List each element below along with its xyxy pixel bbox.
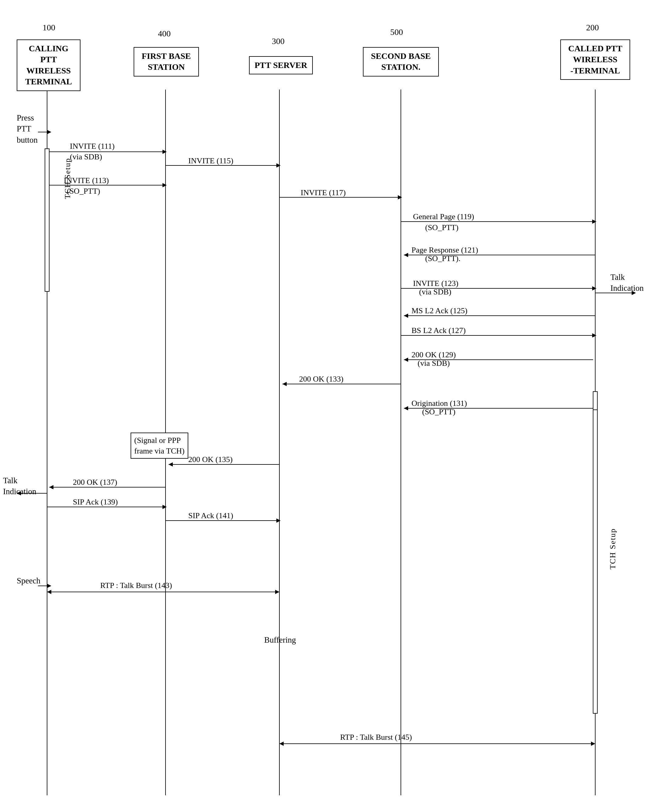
entity-400: FIRST BASESTATION — [134, 47, 199, 77]
tch-setup-right-label: TCH Setup — [608, 528, 617, 570]
entity-300-number: 300 — [272, 36, 285, 46]
note-buffering: Buffering — [264, 634, 296, 646]
svg-text:RTP : Talk Burst (143): RTP : Talk Burst (143) — [100, 581, 172, 590]
svg-marker-47 — [404, 406, 408, 411]
svg-text:Page Response (121): Page Response (121) — [411, 245, 478, 254]
svg-text:INVITE (115): INVITE (115) — [188, 156, 233, 165]
entity-200: CALLED PTTWIRELESS-TERMINAL — [560, 39, 630, 80]
svg-marker-26 — [404, 253, 408, 257]
svg-marker-54 — [49, 485, 54, 489]
svg-text:Origination (131): Origination (131) — [411, 399, 467, 408]
svg-text:200 OK (137): 200 OK (137) — [73, 478, 117, 486]
svg-marker-68 — [591, 741, 595, 746]
diagram-svg: INVITE (111) (via SDB) INVITE (115) INVI… — [0, 0, 659, 812]
svg-marker-37 — [592, 333, 596, 338]
svg-marker-57 — [162, 505, 167, 509]
svg-text:200 OK (135): 200 OK (135) — [188, 455, 233, 464]
svg-marker-67 — [279, 741, 284, 746]
svg-marker-60 — [276, 518, 281, 523]
entity-300: PTT SERVER — [249, 56, 313, 74]
svg-text:200 OK (129): 200 OK (129) — [411, 350, 456, 359]
svg-rect-6 — [593, 395, 598, 434]
entity-500-number: 500 — [390, 27, 403, 37]
entity-100-number: 100 — [43, 23, 55, 33]
svg-marker-64 — [275, 590, 279, 594]
svg-text:RTP : Talk Burst (145): RTP : Talk Burst (145) — [340, 733, 412, 741]
svg-text:BS L2 Ack (127): BS L2 Ack (127) — [411, 326, 465, 335]
svg-marker-44 — [282, 382, 287, 386]
svg-marker-77 — [47, 584, 51, 588]
svg-text:SIP Ack (139): SIP Ack (139) — [73, 497, 118, 506]
svg-text:(SO_PTT): (SO_PTT) — [422, 408, 456, 416]
svg-text:200 OK (133): 200 OK (133) — [299, 375, 344, 383]
entity-200-number: 200 — [586, 23, 599, 33]
svg-text:INVITE (117): INVITE (117) — [301, 188, 345, 197]
svg-marker-34 — [404, 313, 408, 318]
note-press-ptt: PressPTTbutton — [17, 112, 38, 145]
svg-text:(via SDB): (via SDB) — [418, 359, 450, 368]
svg-marker-22 — [592, 219, 596, 224]
svg-marker-40 — [404, 357, 408, 362]
svg-marker-19 — [398, 195, 402, 200]
svg-marker-75 — [47, 130, 51, 134]
entity-500: SECOND BASESTATION. — [363, 47, 439, 77]
svg-marker-51 — [169, 462, 173, 467]
svg-text:(via SDB): (via SDB) — [419, 288, 451, 296]
note-signal-ppp: (Signal or PPPframe via TCH) — [131, 433, 188, 459]
svg-text:(SO_PTT): (SO_PTT) — [425, 223, 459, 232]
note-talk-indication-right: TalkIndication — [610, 272, 643, 294]
svg-rect-80 — [593, 392, 598, 410]
sequence-diagram: INVITE (111) (via SDB) INVITE (115) INVI… — [0, 0, 659, 812]
svg-text:MS L2 Ack (125): MS L2 Ack (125) — [411, 306, 467, 315]
svg-text:INVITE (123): INVITE (123) — [413, 279, 458, 288]
entity-400-number: 400 — [158, 29, 171, 39]
note-talk-indication-left: TalkIndication — [3, 475, 36, 497]
svg-text:General Page (119): General Page (119) — [413, 212, 474, 221]
svg-text:(via SDB): (via SDB) — [70, 153, 102, 161]
tch-setup-left-label: TCH Setup — [63, 158, 72, 199]
svg-rect-79 — [593, 392, 598, 713]
svg-text:INVITE (111): INVITE (111) — [70, 142, 115, 151]
svg-rect-78 — [45, 149, 49, 291]
svg-marker-8 — [162, 149, 167, 154]
svg-marker-15 — [162, 183, 167, 187]
note-speech: Speech — [17, 575, 40, 587]
svg-text:SIP Ack (141): SIP Ack (141) — [188, 511, 233, 520]
svg-marker-30 — [592, 286, 596, 291]
entity-100: CALLING PTT WIRELESS TERMINAL — [17, 39, 80, 91]
svg-rect-5 — [45, 149, 49, 291]
svg-marker-63 — [47, 590, 51, 594]
svg-marker-12 — [276, 163, 281, 168]
svg-text:(SO_PTT).: (SO_PTT). — [425, 254, 460, 263]
